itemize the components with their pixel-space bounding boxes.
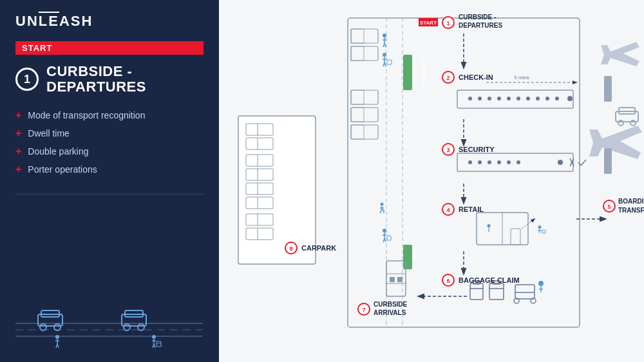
svg-point-82 bbox=[526, 97, 530, 100]
svg-point-16 bbox=[152, 335, 156, 339]
bottom-illustration bbox=[15, 285, 204, 349]
step-title-block: 1 CURBSIDE - DEPARTURES bbox=[15, 64, 204, 95]
svg-text:5: 5 bbox=[607, 204, 611, 210]
svg-text:CURBSIDE -: CURBSIDE - bbox=[459, 14, 496, 21]
svg-rect-31 bbox=[351, 108, 378, 122]
svg-text:SECURITY: SECURITY bbox=[459, 146, 495, 153]
svg-point-62 bbox=[383, 229, 386, 233]
svg-text:6: 6 bbox=[446, 278, 450, 284]
svg-line-15 bbox=[57, 344, 59, 348]
svg-line-20 bbox=[154, 344, 155, 348]
svg-rect-38 bbox=[403, 245, 412, 269]
svg-text:3: 3 bbox=[446, 147, 450, 153]
svg-text:BOARDING &: BOARDING & bbox=[618, 198, 644, 205]
svg-rect-27 bbox=[351, 46, 378, 61]
svg-point-11 bbox=[55, 335, 59, 339]
svg-text:BAGGAGE CLAIM: BAGGAGE CLAIM bbox=[459, 276, 520, 284]
feature-item: Dwell time bbox=[15, 124, 204, 142]
svg-text:CHECK-IN: CHECK-IN bbox=[459, 73, 493, 81]
step-title-text: CURBSIDE - DEPARTURES bbox=[46, 64, 204, 95]
svg-rect-33 bbox=[351, 90, 364, 104]
svg-point-9 bbox=[124, 324, 130, 330]
road-illustration bbox=[15, 285, 202, 349]
svg-rect-141 bbox=[604, 76, 612, 102]
logo: UNLEASH bbox=[15, 13, 204, 30]
svg-text:ARRIVALS: ARRIVALS bbox=[374, 309, 406, 316]
feature-item: Double parking bbox=[15, 142, 204, 160]
svg-point-92 bbox=[488, 160, 491, 164]
svg-rect-34 bbox=[351, 108, 364, 122]
svg-point-94 bbox=[507, 160, 511, 164]
svg-point-45 bbox=[383, 53, 386, 57]
step-number: 1 bbox=[24, 73, 30, 86]
divider bbox=[15, 194, 204, 195]
airport-flow-diagram: ENTRANCE EXIT bbox=[219, 0, 644, 362]
svg-text:TRANSFERS: TRANSFERS bbox=[618, 207, 644, 214]
svg-rect-26 bbox=[351, 29, 378, 43]
svg-point-96 bbox=[558, 160, 563, 165]
svg-text:CURBSIDE: CURBSIDE bbox=[374, 301, 408, 308]
svg-point-85 bbox=[555, 97, 559, 100]
start-badge: START bbox=[15, 41, 204, 55]
right-panel: ENTRANCE EXIT bbox=[219, 0, 644, 362]
svg-rect-36 bbox=[403, 55, 412, 90]
feature-item: Mode of transport recognition bbox=[15, 106, 204, 124]
svg-point-78 bbox=[488, 97, 491, 100]
svg-text:2: 2 bbox=[446, 75, 450, 81]
svg-rect-61 bbox=[397, 277, 402, 282]
svg-rect-32 bbox=[351, 125, 378, 139]
svg-text:1: 1 bbox=[446, 20, 450, 26]
features-list: Mode of transport recognitionDwell timeD… bbox=[15, 106, 204, 178]
svg-point-86 bbox=[567, 96, 573, 101]
airplane-bottom-icon bbox=[589, 126, 642, 159]
svg-rect-117 bbox=[515, 285, 535, 299]
svg-text:EXIT: EXIT bbox=[412, 249, 417, 259]
svg-point-107 bbox=[538, 225, 542, 229]
svg-point-76 bbox=[468, 97, 472, 100]
svg-text:START: START bbox=[420, 20, 437, 26]
svg-rect-21 bbox=[156, 341, 161, 347]
svg-point-80 bbox=[507, 97, 511, 100]
svg-rect-110 bbox=[542, 230, 545, 233]
svg-line-49 bbox=[384, 62, 386, 66]
svg-point-77 bbox=[478, 97, 482, 100]
svg-rect-67 bbox=[387, 236, 391, 240]
svg-point-105 bbox=[488, 224, 491, 227]
svg-rect-29 bbox=[351, 46, 364, 61]
svg-point-121 bbox=[538, 281, 544, 286]
svg-rect-28 bbox=[351, 29, 364, 43]
svg-text:CARPARK: CARPARK bbox=[301, 244, 336, 252]
svg-point-95 bbox=[516, 160, 520, 164]
svg-rect-114 bbox=[489, 283, 504, 300]
svg-point-51 bbox=[381, 203, 384, 206]
svg-point-93 bbox=[497, 160, 501, 164]
svg-rect-35 bbox=[351, 125, 364, 139]
svg-point-84 bbox=[545, 97, 549, 100]
svg-text:5 mins: 5 mins bbox=[514, 75, 529, 81]
svg-point-79 bbox=[497, 97, 501, 100]
svg-rect-60 bbox=[390, 277, 395, 282]
svg-text:ENTRANCE: ENTRANCE bbox=[421, 60, 426, 85]
svg-point-83 bbox=[536, 97, 540, 100]
svg-rect-50 bbox=[387, 60, 392, 64]
svg-point-40 bbox=[383, 33, 386, 37]
svg-line-66 bbox=[384, 238, 386, 242]
svg-text:DEPARTURES: DEPARTURES bbox=[459, 22, 502, 29]
svg-point-90 bbox=[468, 160, 472, 164]
feature-item: Porter operations bbox=[15, 160, 204, 178]
airplane-top-icon bbox=[601, 42, 639, 66]
svg-line-100 bbox=[581, 160, 586, 166]
svg-line-44 bbox=[384, 43, 386, 47]
svg-point-91 bbox=[478, 160, 482, 164]
svg-point-10 bbox=[138, 324, 144, 330]
svg-rect-142 bbox=[604, 148, 612, 174]
svg-text:4: 4 bbox=[446, 207, 450, 213]
svg-point-81 bbox=[516, 97, 520, 100]
svg-rect-103 bbox=[511, 229, 520, 245]
left-panel: UNLEASH START 1 CURBSIDE - DEPARTURES Mo… bbox=[0, 0, 219, 362]
svg-text:8: 8 bbox=[289, 245, 292, 252]
svg-rect-89 bbox=[457, 153, 573, 171]
step-number-circle: 1 bbox=[15, 68, 39, 91]
svg-text:7: 7 bbox=[362, 307, 365, 313]
svg-line-54 bbox=[380, 210, 382, 213]
